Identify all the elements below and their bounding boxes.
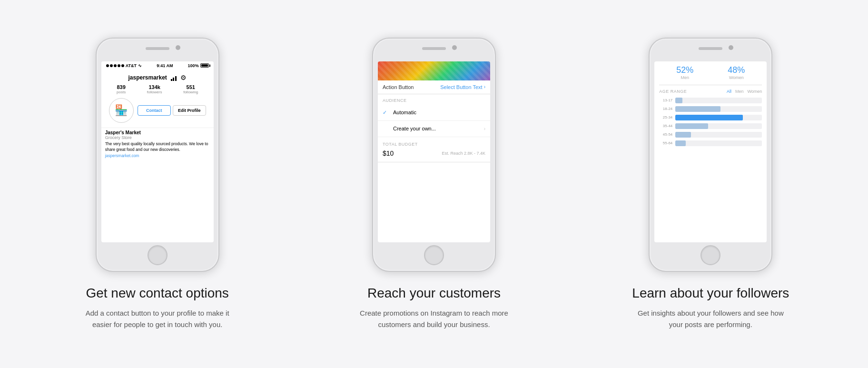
- phone-speaker: [146, 47, 169, 50]
- section-desc-2: Create promotions on Instagram to reach …: [358, 308, 510, 330]
- women-pct: 48%: [728, 65, 745, 75]
- age-bar-container: [675, 98, 762, 103]
- gender-row: 52% Men 48% Women: [659, 65, 762, 80]
- stat-following: 551 following: [183, 84, 198, 94]
- age-range-label: 25-34: [659, 115, 672, 119]
- column-contact: AT&T ∿ 9:41 AM 100% jaspersmarket: [19, 38, 296, 331]
- age-bar: [675, 132, 691, 138]
- gender-men: 52% Men: [676, 65, 693, 80]
- men-pct: 52%: [676, 65, 693, 75]
- age-bar-container: [675, 115, 762, 120]
- age-range-item: 13-17: [659, 98, 762, 103]
- avatar: 🏪: [109, 98, 134, 123]
- analytics-screen: 52% Men 48% Women AGE RANGE: [654, 61, 767, 153]
- age-range-item: 55-64: [659, 140, 762, 146]
- phone-home-button-2[interactable]: [424, 245, 444, 265]
- age-range-label: 55-64: [659, 141, 672, 145]
- age-bar: [675, 106, 720, 112]
- create-own-item[interactable]: ✓ Create your own... ›: [378, 121, 490, 137]
- column-learn: 52% Men 48% Women AGE RANGE: [572, 38, 849, 331]
- age-range-item: 25-34: [659, 115, 762, 120]
- status-bar-right: 100%: [188, 63, 209, 68]
- menu-item-left-2: ✓ Create your own...: [383, 126, 436, 132]
- age-bar-container: [675, 106, 762, 112]
- profile-name: Jasper's Market: [105, 130, 210, 135]
- create-own-text: Create your own...: [393, 126, 436, 131]
- action-label: Action Button: [383, 84, 414, 90]
- section-title-1: Get new contact options: [86, 285, 228, 301]
- age-header: AGE RANGE All Men Women: [659, 89, 762, 94]
- stat-posts: 839 posts: [117, 84, 126, 94]
- profile-link[interactable]: jaspersmarket.com: [105, 153, 210, 158]
- profile-main: 🏪 Contact Edit Profile: [106, 98, 209, 126]
- automatic-item[interactable]: ✓ Automatic: [378, 105, 490, 121]
- age-bars: 13-1718-2425-3435-4445-5455-64: [659, 98, 762, 146]
- phone-camera-2: [452, 45, 457, 50]
- phone-camera-3: [729, 45, 733, 50]
- colorbar-pattern: [378, 61, 490, 80]
- automatic-text: Automatic: [393, 109, 416, 115]
- budget-values: $10 Est. Reach 2.8K - 7.4K: [383, 149, 485, 157]
- action-row: Action Button Select Button Text ›: [378, 80, 490, 94]
- followers-value: 134k: [147, 84, 162, 90]
- action-select-text: Select Button Text: [440, 84, 482, 90]
- phone-learn: 52% Men 48% Women AGE RANGE: [649, 38, 772, 272]
- battery-icon: [200, 63, 209, 68]
- gear-icon[interactable]: ⚙: [180, 74, 187, 81]
- budget-reach: Est. Reach 2.8K - 7.4K: [442, 151, 485, 156]
- profile-bio: The very best quality locally sourced pr…: [105, 141, 210, 153]
- section-title-3: Learn about your followers: [632, 285, 789, 301]
- followers-label: followers: [147, 90, 162, 94]
- phone-home-button-3[interactable]: [700, 245, 720, 265]
- following-label: following: [183, 90, 198, 94]
- divider: [659, 85, 762, 85]
- age-bar: [675, 115, 743, 120]
- chevron-right-icon: ›: [484, 84, 485, 90]
- women-label: Women: [728, 75, 745, 80]
- shop-icon: 🏪: [115, 104, 128, 117]
- age-range-title: AGE RANGE: [659, 89, 687, 94]
- bar-chart-icon[interactable]: [171, 74, 177, 81]
- username: jaspersmarket: [128, 74, 167, 81]
- profile-stats: 839 posts 134k followers 551 following: [106, 84, 209, 94]
- phone-contact: AT&T ∿ 9:41 AM 100% jaspersmarket: [96, 38, 219, 272]
- colorbar: [378, 61, 490, 80]
- age-range-label: 35-44: [659, 124, 672, 128]
- age-range-item: 35-44: [659, 123, 762, 129]
- age-bar-container: [675, 140, 762, 146]
- status-bar-left: AT&T ∿: [106, 63, 142, 68]
- posts-value: 839: [117, 84, 126, 90]
- username-row: jaspersmarket ⚙: [106, 74, 209, 81]
- signal-dots: [106, 64, 124, 67]
- edit-profile-button[interactable]: Edit Profile: [173, 105, 206, 116]
- time-label: 9:41 AM: [157, 63, 173, 68]
- profile-buttons: Contact Edit Profile: [138, 105, 206, 116]
- contact-button[interactable]: Contact: [138, 105, 171, 116]
- phone-home-button[interactable]: [148, 245, 168, 265]
- age-bar-container: [675, 132, 762, 138]
- section-desc-1: Add a contact button to your profile to …: [81, 308, 234, 330]
- age-range-label: 18-24: [659, 107, 672, 111]
- profile-info: Jasper's Market Grocery Store The very b…: [101, 128, 214, 161]
- age-range-label: 45-54: [659, 132, 672, 137]
- posts-label: posts: [117, 90, 126, 94]
- column-reach: Action Button Select Button Text › AUDIE…: [296, 38, 572, 331]
- age-range-item: 18-24: [659, 106, 762, 112]
- following-value: 551: [183, 84, 198, 90]
- budget-section-label: TOTAL BUDGET: [383, 142, 485, 147]
- phone-speaker-3: [699, 47, 722, 50]
- section-title-2: Reach your customers: [367, 285, 501, 301]
- carrier-label: AT&T: [126, 63, 137, 68]
- wifi-icon: ∿: [138, 63, 142, 68]
- age-bar: [675, 123, 708, 129]
- age-bar-container: [675, 123, 762, 129]
- chevron-right-icon-2: ›: [484, 126, 485, 131]
- age-filters: All Men Women: [727, 89, 762, 94]
- action-select[interactable]: Select Button Text ›: [440, 84, 485, 90]
- age-bar: [675, 98, 682, 103]
- section-desc-3: Get insights about your followers and se…: [634, 308, 787, 330]
- age-filter-men[interactable]: Men: [735, 89, 744, 94]
- age-filter-women[interactable]: Women: [747, 89, 762, 94]
- age-filter-all[interactable]: All: [727, 89, 731, 94]
- phone-camera: [176, 45, 180, 50]
